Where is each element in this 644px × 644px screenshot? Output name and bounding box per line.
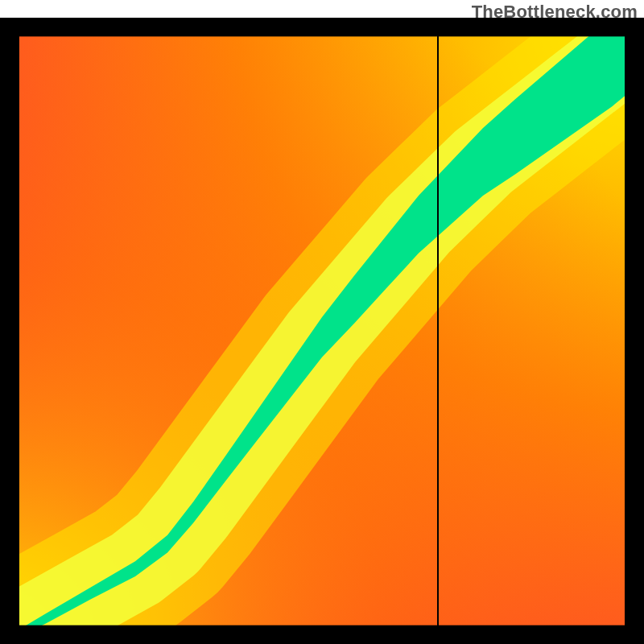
chart-container: TheBottleneck.com: [0, 0, 644, 644]
heatmap-svg: [0, 18, 644, 644]
heatmap-plot: [0, 18, 644, 644]
watermark-text: TheBottleneck.com: [472, 2, 638, 23]
